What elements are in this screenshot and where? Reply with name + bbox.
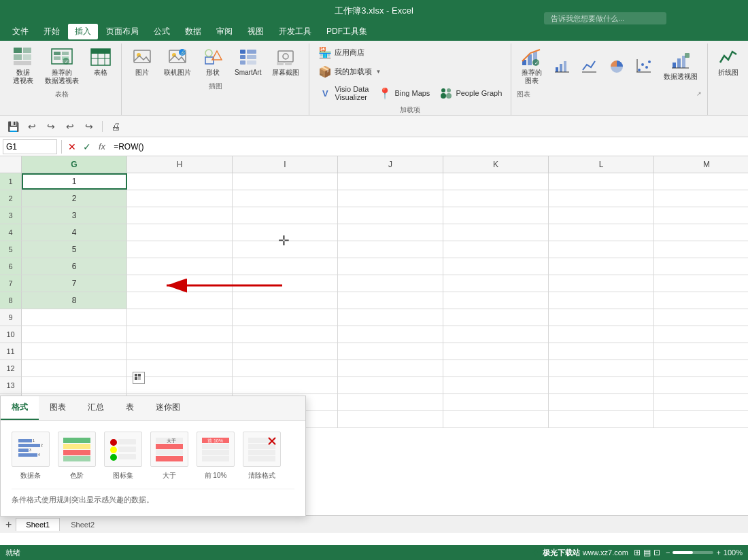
pie-chart-button[interactable] xyxy=(604,53,630,79)
cell-m8[interactable] xyxy=(654,292,748,309)
cell-i6[interactable] xyxy=(233,258,338,275)
qa-item-clearformat[interactable]: 清除格式 xyxy=(243,432,281,480)
cell-k2[interactable] xyxy=(443,190,549,207)
row-num-9[interactable]: 9 xyxy=(0,309,22,326)
menu-item-developer[interactable]: 开发工具 xyxy=(272,24,318,39)
cell-k9[interactable] xyxy=(443,309,549,326)
cell-i10[interactable] xyxy=(233,326,338,343)
confirm-formula-button[interactable]: ✓ xyxy=(81,141,93,152)
cell-l8[interactable] xyxy=(549,292,654,309)
menu-item-file[interactable]: 文件 xyxy=(5,24,35,39)
cell-h10[interactable] xyxy=(127,326,233,343)
qa-item-colorscale[interactable]: 色阶 xyxy=(58,432,96,480)
redo2-button[interactable]: ↪ xyxy=(82,119,97,134)
pivot-chart-button[interactable]: 数据透视图 xyxy=(660,48,702,84)
recommend-chart-button[interactable]: ✓ 推荐的图表 xyxy=(517,43,547,88)
qa-tab-table[interactable]: 表 xyxy=(115,396,145,420)
cancel-formula-button[interactable]: ✕ xyxy=(66,141,78,152)
cell-m3[interactable] xyxy=(654,207,748,224)
menu-item-data[interactable]: 数据 xyxy=(178,24,208,39)
cell-g3[interactable]: 3 xyxy=(22,207,127,224)
qa-tab-format[interactable]: 格式 xyxy=(1,396,39,420)
cell-j9[interactable] xyxy=(338,309,443,326)
scatter-chart-button[interactable] xyxy=(631,53,657,79)
cell-m2[interactable] xyxy=(654,190,748,207)
normal-view-button[interactable]: ⊞ xyxy=(634,548,641,557)
cell-h6[interactable] xyxy=(127,258,233,275)
row-num-10[interactable]: 10 xyxy=(0,326,22,343)
shapes-button[interactable]: 形状 xyxy=(198,43,228,80)
cell-k6[interactable] xyxy=(443,258,549,275)
row-num-2[interactable]: 2 xyxy=(0,190,22,207)
cell-j4[interactable] xyxy=(338,224,443,241)
bing-maps-button[interactable]: 📍 Bing Maps xyxy=(375,84,433,102)
cell-m10[interactable] xyxy=(654,326,748,343)
menu-item-start[interactable]: 开始 xyxy=(37,24,67,39)
qa-item-greaterthan[interactable]: 大于 大于 xyxy=(150,432,188,480)
row-num-5[interactable]: 5 xyxy=(0,241,22,258)
menu-item-layout[interactable]: 页面布局 xyxy=(99,24,146,39)
col-header-m[interactable]: M xyxy=(654,156,748,173)
search-input[interactable] xyxy=(544,12,666,24)
undo2-button[interactable]: ↩ xyxy=(63,119,78,134)
cell-l5[interactable] xyxy=(549,241,654,258)
cell-h1[interactable] xyxy=(127,173,233,190)
cell-j8[interactable] xyxy=(338,292,443,309)
page-break-button[interactable]: ⊡ xyxy=(653,548,660,557)
online-picture-button[interactable]: 🔗 联机图片 xyxy=(160,43,195,80)
qa-item-top10pct[interactable]: 前 10% 前 10% xyxy=(197,432,235,480)
col-header-h[interactable]: H xyxy=(127,156,233,173)
cell-j1[interactable] xyxy=(338,173,443,190)
cell-h7[interactable] xyxy=(127,275,233,292)
bar-chart-button[interactable] xyxy=(549,53,575,79)
cell-g9[interactable] xyxy=(22,309,127,326)
cell-k3[interactable] xyxy=(443,207,549,224)
formula-input[interactable] xyxy=(111,141,745,153)
row-num-12[interactable]: 12 xyxy=(0,360,22,377)
cell-i7[interactable] xyxy=(233,275,338,292)
save-button[interactable]: 💾 xyxy=(5,119,20,134)
my-addins-button[interactable]: 📦 我的加载项 ▼ xyxy=(315,63,384,80)
row-num-1[interactable]: 1 xyxy=(0,173,22,190)
smartart-button[interactable]: SmartArt xyxy=(231,43,265,80)
cell-g7[interactable]: 7 xyxy=(22,275,127,292)
cell-l10[interactable] xyxy=(549,326,654,343)
col-header-j[interactable]: J xyxy=(338,156,443,173)
people-graph-button[interactable]: People Graph xyxy=(436,84,505,102)
cell-i2[interactable] xyxy=(233,190,338,207)
cell-k8[interactable] xyxy=(443,292,549,309)
cell-l2[interactable] xyxy=(549,190,654,207)
row-num-3[interactable]: 3 xyxy=(0,207,22,224)
menu-item-view[interactable]: 视图 xyxy=(241,24,271,39)
cell-i1[interactable] xyxy=(233,173,338,190)
cell-g8[interactable]: 8 xyxy=(22,292,127,309)
cell-i4[interactable] xyxy=(233,224,338,241)
cell-h3[interactable] xyxy=(127,207,233,224)
sheet-tab-2[interactable]: Sheet2 xyxy=(61,519,104,531)
cell-h9[interactable] xyxy=(127,309,233,326)
cell-g5[interactable]: 5 xyxy=(22,241,127,258)
pivot-table-button[interactable]: 数据透视表 xyxy=(8,43,38,88)
qa-tab-sparkline[interactable]: 迷你图 xyxy=(145,396,191,420)
cell-i3[interactable] xyxy=(233,207,338,224)
recommend-pivot-button[interactable]: ✓ 推荐的数据透视表 xyxy=(41,43,83,88)
menu-item-review[interactable]: 审阅 xyxy=(209,24,239,39)
menu-item-formula[interactable]: 公式 xyxy=(147,24,177,39)
print-button[interactable]: 🖨 xyxy=(108,119,123,134)
cell-h5[interactable] xyxy=(127,241,233,258)
charts-expand-icon[interactable]: ↗ xyxy=(696,90,702,97)
row-num-8[interactable]: 8 xyxy=(0,292,22,309)
qa-tab-chart[interactable]: 图表 xyxy=(39,396,77,420)
cell-i8[interactable] xyxy=(233,292,338,309)
cell-l3[interactable] xyxy=(549,207,654,224)
cell-m9[interactable] xyxy=(654,309,748,326)
qa-item-databars[interactable]: 1 2 3 4 数据条 xyxy=(12,432,50,480)
cell-k5[interactable] xyxy=(443,241,549,258)
cell-g10[interactable] xyxy=(22,326,127,343)
row-num-4[interactable]: 4 xyxy=(0,224,22,241)
qa-tab-summary[interactable]: 汇总 xyxy=(77,396,115,420)
cell-g1[interactable]: 1 xyxy=(22,173,127,190)
cell-i9[interactable] xyxy=(233,309,338,326)
row-num-13[interactable]: 13 xyxy=(0,377,22,393)
zoom-in-button[interactable]: + xyxy=(716,548,720,557)
